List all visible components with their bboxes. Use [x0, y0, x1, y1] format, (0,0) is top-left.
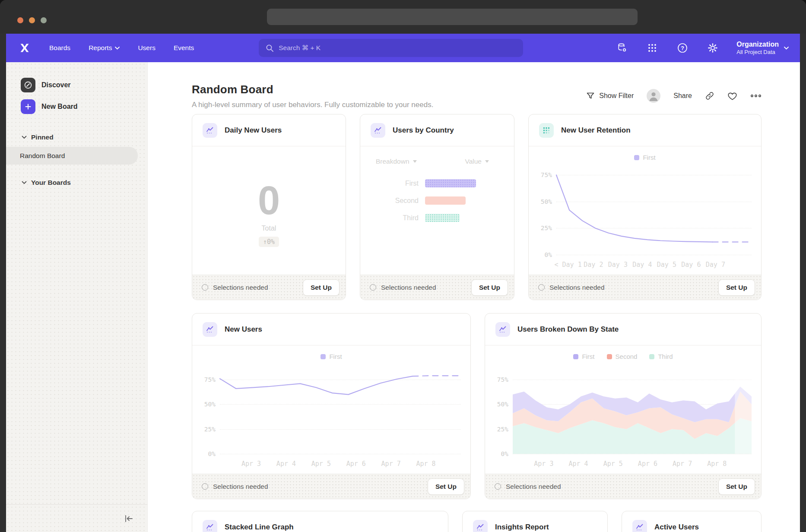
x-axis-tick: Apr 7	[673, 460, 692, 468]
filter-funnel-icon	[586, 92, 595, 100]
metric-value: 0	[258, 180, 280, 220]
chevron-down-icon	[485, 160, 489, 163]
x-axis-tick: Apr 4	[276, 460, 296, 468]
value-dropdown[interactable]: Value	[465, 158, 489, 165]
plus-icon	[21, 99, 35, 114]
status-circle-icon	[538, 284, 545, 291]
nav-link-users[interactable]: Users	[138, 44, 155, 52]
card-footer: Selections needed Set Up	[529, 275, 761, 300]
card-title: Insights Report	[495, 523, 549, 532]
settings-gear-icon[interactable]	[707, 42, 718, 54]
x-axis-tick: Apr 5	[603, 460, 623, 468]
cards-row-1: Daily New Users 0 Total ↑0% Selections n…	[192, 114, 762, 300]
gridline	[556, 255, 752, 255]
sidebar-collapse-icon[interactable]	[122, 512, 135, 525]
favorite-heart-icon[interactable]	[727, 92, 737, 101]
set-up-button[interactable]: Set Up	[471, 279, 508, 296]
help-icon[interactable]: ?	[677, 42, 688, 54]
metric-label: Total	[262, 225, 276, 232]
placeholder-bar	[425, 196, 466, 205]
status-circle-icon	[202, 483, 208, 490]
card-title: New Users	[225, 325, 262, 334]
copy-link-icon[interactable]	[705, 91, 714, 101]
search-placeholder: Search ⌘ + K	[279, 44, 320, 52]
sidebar-item-random-board[interactable]: Random Board	[6, 147, 138, 165]
x-axis-tick: Day 7	[706, 261, 725, 269]
sidebar-section-your-boards[interactable]: Your Boards	[6, 174, 147, 191]
data-management-icon[interactable]	[616, 42, 628, 54]
chart-legend: FirstSecondThird	[485, 353, 761, 360]
y-axis-tick: 25%	[541, 225, 552, 231]
card-title: Users Broken Down By State	[517, 325, 619, 334]
set-up-button[interactable]: Set Up	[718, 279, 755, 296]
window-close-button[interactable]	[17, 17, 23, 23]
card-new-users: New Users First75%50%25%0%Apr 3Apr 4Apr …	[192, 313, 471, 499]
discover-compass-icon	[21, 78, 35, 92]
x-axis-tick: Apr 8	[416, 460, 436, 468]
country-bar-row: Third	[360, 214, 514, 222]
card-users-by-country: Users by Country Breakdown Value	[360, 114, 514, 300]
y-axis-tick: 75%	[541, 171, 552, 178]
card-footer: Selections needed Set Up	[360, 275, 514, 300]
x-axis-tick: Day 2	[584, 261, 603, 269]
new-users-chart: First75%50%25%0%Apr 3Apr 4Apr 5Apr 6Apr …	[192, 345, 470, 474]
breakdown-dropdown[interactable]: Breakdown	[376, 158, 417, 165]
status-circle-icon	[370, 284, 376, 291]
card-title: Users by Country	[393, 126, 454, 135]
set-up-button[interactable]: Set Up	[428, 478, 464, 495]
show-filter-button[interactable]: Show Filter	[586, 92, 634, 100]
chevron-down-icon	[22, 136, 27, 139]
retention-chart: First75%50%25%0%< Day 1Day 2Day 3Day 4Da…	[529, 146, 761, 275]
card-footer: Selections needed Set Up	[192, 474, 470, 499]
window-minimize-button[interactable]	[29, 17, 35, 23]
card-new-user-retention: New User Retention First75%50%25%0%< Day…	[528, 114, 762, 300]
sidebar-item-new-board[interactable]: New Board	[6, 97, 147, 117]
sidebar-item-discover[interactable]: Discover	[6, 75, 147, 95]
y-axis-tick: 50%	[497, 401, 508, 408]
card-insights-report: Insights Report	[462, 511, 608, 532]
y-axis-tick: 25%	[204, 425, 216, 432]
share-button[interactable]: Share	[673, 92, 692, 100]
nav-link-events[interactable]: Events	[174, 44, 194, 52]
board-actions: Show Filter Share	[586, 89, 762, 103]
top-navbar: Boards Reports Users Events Search ⌘ + K…	[6, 34, 800, 62]
card-footer: Selections needed Set Up	[485, 474, 761, 499]
line-chart-icon	[632, 520, 647, 532]
sidebar-footer	[6, 504, 147, 532]
cards-row-3: Stacked Line Graph Insights Report	[192, 511, 762, 532]
status-circle-icon	[202, 284, 208, 291]
svg-text:?: ?	[681, 45, 684, 51]
x-axis-tick: Apr 7	[381, 460, 401, 468]
browser-address-bar[interactable]	[267, 9, 638, 25]
window-zoom-button[interactable]	[41, 17, 47, 23]
nav-link-reports[interactable]: Reports	[89, 44, 120, 52]
sidebar: Discover New Board Pinned Random Board Y…	[6, 62, 148, 532]
country-bars-placeholder: FirstSecondThird	[360, 179, 514, 222]
placeholder-bar	[425, 214, 460, 222]
search-input[interactable]: Search ⌘ + K	[259, 39, 523, 57]
x-axis-tick: Day 6	[681, 261, 701, 269]
set-up-button[interactable]: Set Up	[303, 279, 340, 296]
x-axis-tick: < Day 1	[555, 261, 582, 269]
org-name: Organization	[736, 40, 779, 49]
x-axis-tick: Apr 6	[638, 460, 657, 468]
org-switcher[interactable]: Organization All Project Data	[736, 40, 789, 56]
chevron-down-icon	[115, 47, 120, 50]
nav-link-boards[interactable]: Boards	[49, 44, 70, 52]
sidebar-section-pinned[interactable]: Pinned	[6, 129, 147, 146]
main-content: Random Board A high-level summary of use…	[148, 62, 800, 532]
y-axis-tick: 25%	[497, 425, 508, 432]
y-axis-tick: 0%	[501, 450, 508, 457]
y-axis-tick: 50%	[204, 401, 216, 408]
apps-grid-icon[interactable]	[647, 42, 658, 54]
set-up-button[interactable]: Set Up	[718, 478, 755, 495]
x-axis-tick: Apr 4	[568, 460, 588, 468]
card-users-by-state: Users Broken Down By State FirstSecondTh…	[485, 313, 762, 499]
y-axis-tick: 0%	[208, 450, 216, 457]
mixpanel-logo-icon[interactable]	[19, 42, 30, 54]
card-stacked-line-graph: Stacked Line Graph	[192, 511, 448, 532]
avatar[interactable]	[647, 89, 660, 103]
more-options-icon[interactable]	[750, 94, 762, 98]
country-bar-row: Second	[360, 196, 514, 205]
status-circle-icon	[495, 483, 501, 490]
